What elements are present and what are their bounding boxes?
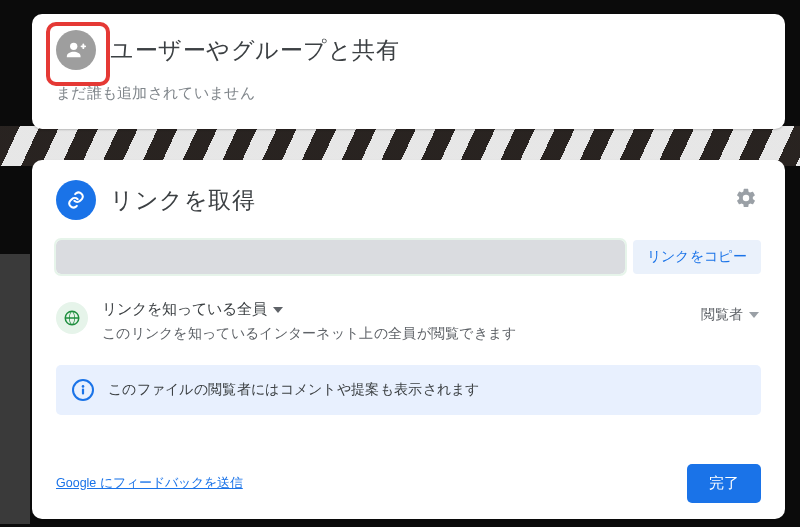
person-add-icon xyxy=(56,30,96,70)
caret-down-icon xyxy=(273,301,283,319)
svg-rect-2 xyxy=(82,44,84,50)
share-with-people-card: ユーザーやグループと共有 まだ誰も追加されていません xyxy=(32,14,785,129)
link-icon xyxy=(56,180,96,220)
access-scope-description: このリンクを知っているインターネット上の全員が閲覧できます xyxy=(102,325,517,343)
share-subtitle: まだ誰も追加されていません xyxy=(56,84,761,103)
background-block xyxy=(0,254,30,524)
globe-icon xyxy=(56,302,88,334)
share-header[interactable]: ユーザーやグループと共有 xyxy=(56,30,761,70)
access-scope-dropdown[interactable]: リンクを知っている全員 xyxy=(102,300,517,319)
get-link-card: リンクを取得 リンクをコピー リンクを知っている全員 xyxy=(32,160,785,519)
info-banner: このファイルの閲覧者にはコメントや提案も表示されます xyxy=(56,365,761,415)
link-url-field[interactable] xyxy=(56,240,625,274)
get-link-header: リンクを取得 xyxy=(56,180,255,220)
caret-down-icon xyxy=(749,307,759,323)
svg-rect-4 xyxy=(82,389,84,395)
access-scope-label: リンクを知っている全員 xyxy=(102,300,267,319)
role-dropdown[interactable]: 閲覧者 xyxy=(699,302,761,328)
gear-icon[interactable] xyxy=(731,183,761,217)
share-title: ユーザーやグループと共有 xyxy=(110,35,399,66)
link-url-row: リンクをコピー xyxy=(56,240,761,274)
feedback-link[interactable]: Google にフィードバックを送信 xyxy=(56,475,243,492)
svg-point-3 xyxy=(82,385,85,388)
role-label: 閲覧者 xyxy=(701,306,743,324)
done-button[interactable]: 完了 xyxy=(687,464,761,503)
info-icon xyxy=(72,379,94,401)
info-text: このファイルの閲覧者にはコメントや提案も表示されます xyxy=(108,381,480,399)
copy-link-button[interactable]: リンクをコピー xyxy=(633,240,761,274)
get-link-title: リンクを取得 xyxy=(110,185,255,216)
svg-point-0 xyxy=(70,43,77,50)
